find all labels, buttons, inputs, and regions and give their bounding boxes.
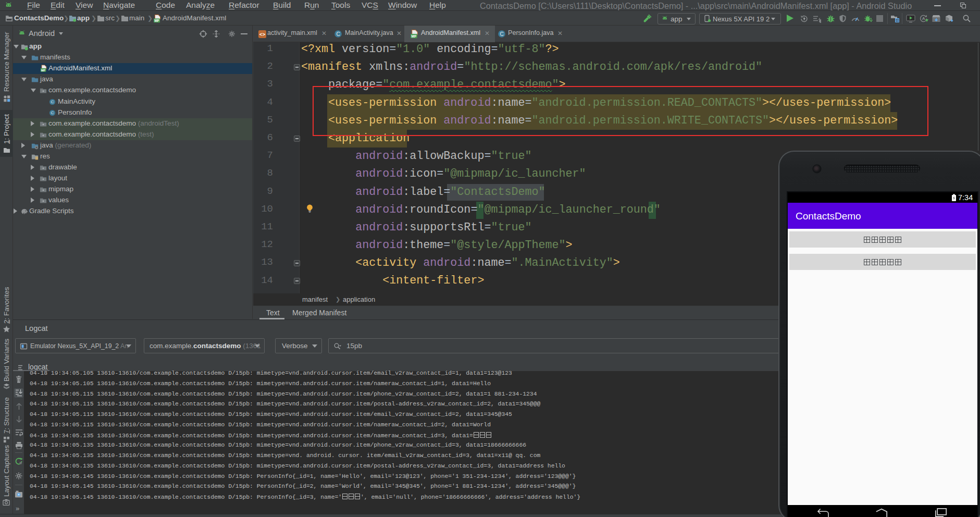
svg-text:C: C — [51, 110, 54, 115]
svg-text:MF: MF — [412, 34, 417, 38]
svg-text:<>: <> — [259, 32, 266, 38]
svg-text:MF: MF — [41, 69, 46, 72]
svg-text:C: C — [336, 31, 340, 37]
svg-text:C: C — [500, 31, 503, 37]
svg-text:MF: MF — [154, 19, 159, 22]
svg-text:C: C — [51, 100, 54, 104]
svg-text:A: A — [922, 16, 925, 21]
